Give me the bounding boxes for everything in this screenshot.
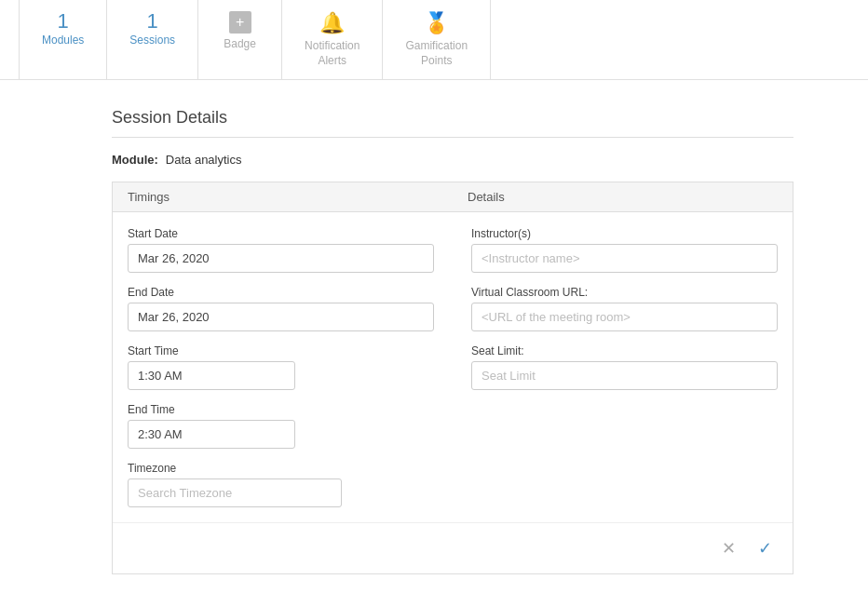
- gamification-medal-icon: 🏅: [424, 11, 449, 35]
- details-column: Instructor(s) Virtual Classroom URL: Sea…: [471, 227, 778, 507]
- table-body: Start Date End Date Start Time End Time: [113, 212, 793, 522]
- badge-plus-icon: +: [229, 11, 251, 34]
- badge-label: Badge: [224, 37, 256, 50]
- instructors-field: Instructor(s): [471, 227, 778, 273]
- gamification-label: GamificationPoints: [405, 39, 468, 68]
- action-row: ✕ ✓: [113, 522, 793, 573]
- seat-limit-input[interactable]: [471, 361, 778, 390]
- end-date-field: End Date: [128, 286, 434, 331]
- timezone-label: Timezone: [128, 462, 434, 475]
- virtual-classroom-label: Virtual Classroom URL:: [471, 286, 778, 299]
- sessions-count: 1: [147, 11, 158, 32]
- start-time-label: Start Time: [128, 344, 434, 357]
- table-col-details: Details: [453, 182, 793, 211]
- sessions-label: Sessions: [129, 34, 175, 47]
- confirm-button[interactable]: ✓: [753, 534, 778, 562]
- module-value: Data analytics: [166, 153, 242, 167]
- start-time-input[interactable]: [128, 361, 295, 390]
- seat-limit-field: Seat Limit:: [471, 344, 778, 390]
- notification-alerts-label: NotificationAlerts: [305, 39, 359, 68]
- end-date-label: End Date: [128, 286, 434, 299]
- modules-count: 1: [58, 11, 69, 32]
- instructors-label: Instructor(s): [471, 227, 778, 240]
- timezone-input[interactable]: [128, 478, 342, 507]
- end-date-input[interactable]: [128, 303, 434, 331]
- cancel-button[interactable]: ✕: [716, 534, 741, 562]
- start-date-input[interactable]: [128, 244, 434, 273]
- nav-item-sessions[interactable]: 1 Sessions: [107, 0, 198, 79]
- top-navigation: 1 Modules 1 Sessions + Badge 🔔 Notificat…: [0, 0, 868, 80]
- timings-column: Start Date End Date Start Time End Time: [128, 227, 434, 507]
- end-time-input[interactable]: [128, 420, 295, 449]
- section-divider: [112, 137, 793, 138]
- section-title: Session Details: [112, 108, 793, 128]
- table-header: Timings Details: [113, 182, 793, 212]
- end-time-field: End Time: [128, 403, 434, 449]
- module-label: Module:: [112, 153, 158, 167]
- notification-bell-icon: 🔔: [319, 11, 345, 35]
- start-date-field: Start Date: [128, 227, 434, 273]
- start-time-field: Start Time: [128, 344, 434, 390]
- main-content: Session Details Module: Data analytics T…: [0, 80, 868, 593]
- nav-item-modules[interactable]: 1 Modules: [19, 0, 107, 79]
- virtual-classroom-input[interactable]: [471, 303, 778, 331]
- instructors-input[interactable]: [471, 244, 778, 273]
- modules-label: Modules: [42, 34, 84, 47]
- timezone-field: Timezone: [128, 462, 434, 507]
- module-row: Module: Data analytics: [112, 153, 793, 167]
- seat-limit-label: Seat Limit:: [471, 344, 778, 357]
- virtual-classroom-field: Virtual Classroom URL:: [471, 286, 778, 331]
- session-table: Timings Details Start Date End Date Star…: [112, 182, 793, 574]
- nav-item-notification-alerts[interactable]: 🔔 NotificationAlerts: [282, 0, 383, 79]
- nav-item-badge[interactable]: + Badge: [198, 0, 282, 79]
- start-date-label: Start Date: [128, 227, 434, 240]
- end-time-label: End Time: [128, 403, 434, 416]
- table-col-timings: Timings: [113, 182, 453, 211]
- nav-item-gamification-points[interactable]: 🏅 GamificationPoints: [383, 0, 491, 79]
